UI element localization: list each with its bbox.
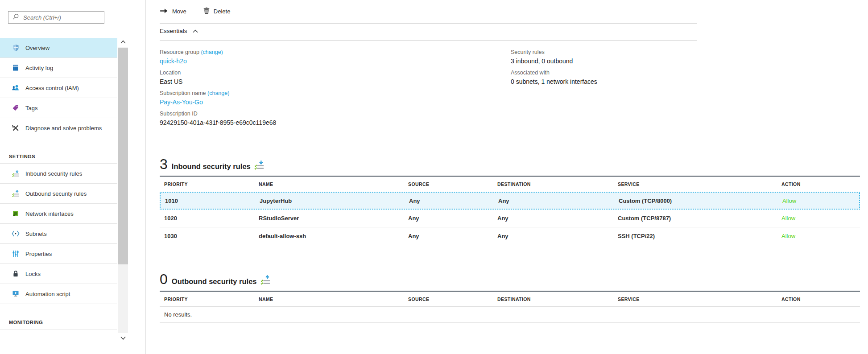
toolbar-divider [160,23,697,24]
change-link[interactable]: (change) [201,49,223,55]
security-rules-value: 3 inbound, 0 outbound [511,57,597,66]
delete-button-label: Delete [214,8,231,15]
delete-button[interactable]: Delete [203,7,231,16]
column-header-destination: DESTINATION [493,181,613,187]
resource-group-field: Resource group (change) quick-h2o [160,48,276,66]
cell-name: JupyterHub [255,198,405,204]
sidebar-item-label: Tags [25,105,37,111]
essentials-left-column: Resource group (change) quick-h2o Locati… [160,48,276,130]
cell-service: SSH (TCP/22) [613,233,777,239]
inbound-title: Inbound security rules [172,162,251,171]
properties-sliders-icon [12,250,20,258]
location-value: East US [160,77,276,86]
sidebar-item-diagnose[interactable]: Diagnose and solve problems [0,118,117,138]
search-icon [12,13,19,22]
inbound-rules-icon [12,169,20,177]
access-control-icon [12,84,20,92]
column-header-action: ACTION [777,296,860,302]
cell-service: Custom (TCP/8787) [613,215,777,222]
table-row-rstudioserver[interactable]: 1020 RStudioServer Any Any Custom (TCP/8… [160,210,860,227]
essentials-title: Essentials [160,28,187,34]
sidebar-item-label: Overview [25,45,50,51]
outbound-section-header: 0 Outbound security rules [160,271,271,288]
no-results-row: No results. [160,307,860,323]
cell-action: Allow [777,215,860,222]
move-button[interactable]: Move [160,7,186,16]
search-input[interactable] [23,14,103,21]
field-label: Subscription ID [160,110,276,118]
outbound-table-header: PRIORITY NAME SOURCE DESTINATION SERVICE… [160,292,860,307]
sidebar-item-properties[interactable]: Properties [0,244,117,264]
field-label: Location [160,69,276,77]
outbound-count: 0 [160,271,168,288]
inbound-count: 3 [160,156,168,173]
sidebar-item-automation-script[interactable]: Automation script [0,284,117,304]
outbound-rules-icon [260,275,271,287]
column-header-destination: DESTINATION [493,296,613,302]
sidebar-item-locks[interactable]: Locks [0,264,117,284]
lock-icon [12,270,20,278]
subscription-name-link[interactable]: Pay-As-You-Go [160,98,276,107]
essentials-collapse-toggle[interactable]: Essentials [160,28,198,34]
inbound-table-header: PRIORITY NAME SOURCE DESTINATION SERVICE… [160,177,860,192]
sidebar-scrollbar[interactable] [118,38,128,341]
sidebar-item-inbound-rules[interactable]: Inbound security rules [0,164,117,184]
cell-source: Any [404,215,493,222]
column-header-priority: PRIORITY [160,296,254,302]
cell-service: Custom (TCP/8000) [614,198,778,204]
sidebar-item-outbound-rules[interactable]: Outbound security rules [0,184,117,204]
inbound-rules-table: PRIORITY NAME SOURCE DESTINATION SERVICE… [160,177,860,245]
sidebar-item-access-control[interactable]: Access control (IAM) [0,78,117,98]
table-row-default-allow-ssh[interactable]: 1030 default-allow-ssh Any Any SSH (TCP/… [160,227,860,245]
cell-priority: 1020 [160,215,254,222]
subscription-name-field: Subscription name (change) Pay-As-You-Go [160,89,276,107]
diagnose-tools-icon [12,124,20,132]
column-header-service: SERVICE [613,181,777,187]
sidebar-item-label: Locks [25,271,41,277]
sidebar-item-network-interfaces[interactable]: Network interfaces [0,204,117,224]
sidebar-item-tags[interactable]: Tags [0,98,117,118]
subscription-id-value: 92429150-401a-431f-8955-e69c0c119e68 [160,118,276,127]
column-header-source: SOURCE [404,296,493,302]
essentials-divider [160,40,697,41]
azure-nsg-overview-page: Overview Activity log Access control (IA… [0,0,868,354]
outbound-title: Outbound security rules [172,277,257,286]
scrollbar-thumb[interactable] [118,48,128,264]
field-label: Subscription name [160,90,206,96]
resource-group-link[interactable]: quick-h2o [160,57,276,66]
cell-destination: Any [493,215,613,222]
column-header-name: NAME [254,181,404,187]
chevron-down-icon[interactable] [120,336,126,340]
sidebar-search[interactable] [8,11,104,24]
trash-icon [203,7,210,16]
sidebar-item-label: Access control (IAM) [25,85,79,91]
associated-with-value: 0 subnets, 1 network interfaces [511,77,597,86]
inbound-rules-icon [254,160,265,172]
cell-priority: 1010 [161,198,255,204]
sidebar-nav: Overview Activity log Access control (IA… [0,38,117,329]
cell-action: Allow [778,198,861,204]
sidebar-item-overview[interactable]: Overview [0,38,117,58]
tag-icon [12,104,20,112]
chevron-up-icon[interactable] [120,40,126,44]
move-button-label: Move [172,8,186,15]
location-field: Location East US [160,69,276,86]
automation-script-icon [12,290,20,298]
sidebar-item-activity-log[interactable]: Activity log [0,58,117,78]
cell-source: Any [405,198,494,204]
change-link[interactable]: (change) [207,90,229,96]
field-label: Associated with [511,69,597,77]
table-row-jupyterhub[interactable]: 1010 JupyterHub Any Any Custom (TCP/8000… [160,192,860,210]
sidebar-item-label: Subnets [25,231,47,237]
outbound-rules-icon [12,189,20,198]
inbound-section-header: 3 Inbound security rules [160,156,265,173]
cell-priority: 1030 [160,233,254,239]
move-arrow-icon [160,8,168,15]
sidebar-item-subnets[interactable]: Subnets [0,224,117,244]
sidebar-content-divider [145,0,145,354]
network-interface-icon [12,210,20,218]
cell-destination: Any [493,233,613,239]
activity-log-icon [12,64,20,72]
cell-name: RStudioServer [254,215,404,222]
subscription-id-field: Subscription ID 92429150-401a-431f-8955-… [160,110,276,127]
